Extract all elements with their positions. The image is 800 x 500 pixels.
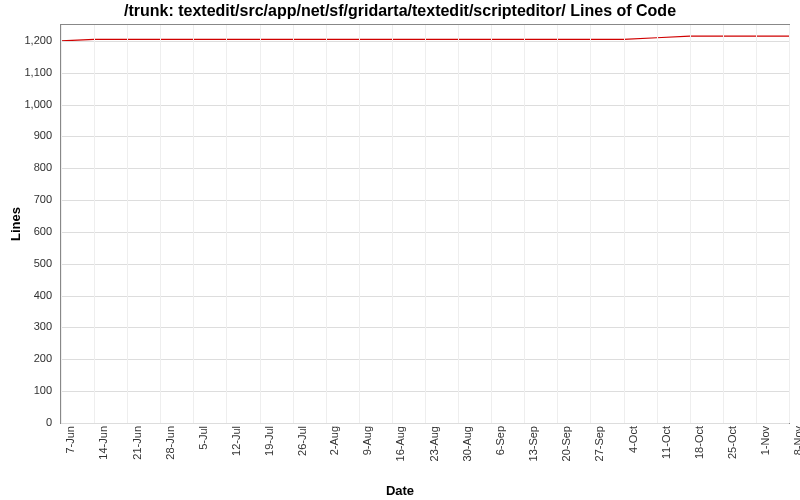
x-tick-label: 8-Nov (792, 426, 800, 455)
x-tick-label: 19-Jul (263, 426, 275, 456)
x-grid-line (127, 25, 128, 423)
y-tick-label: 1,200 (24, 34, 52, 46)
y-grid-line (61, 423, 789, 424)
y-tick-label: 800 (34, 161, 52, 173)
y-tick-label: 100 (34, 384, 52, 396)
y-tick-label: 200 (34, 352, 52, 364)
y-tick-label: 0 (46, 416, 52, 428)
y-axis-ticks: 01002003004005006007008009001,0001,1001,… (0, 24, 56, 424)
x-grid-line (690, 25, 691, 423)
x-grid-line (61, 25, 62, 423)
x-grid-line (160, 25, 161, 423)
x-tick-label: 25-Oct (726, 426, 738, 459)
x-tick-label: 28-Jun (163, 426, 175, 460)
x-tick-label: 30-Aug (461, 426, 473, 461)
x-grid-line (359, 25, 360, 423)
y-tick-label: 500 (34, 257, 52, 269)
x-tick-label: 16-Aug (395, 426, 407, 461)
x-grid-line (392, 25, 393, 423)
x-tick-label: 2-Aug (329, 426, 341, 455)
x-grid-line (524, 25, 525, 423)
y-tick-label: 600 (34, 225, 52, 237)
x-grid-line (226, 25, 227, 423)
x-tick-label: 14-Jun (97, 426, 109, 460)
x-grid-line (425, 25, 426, 423)
x-tick-label: 7-Jun (64, 426, 76, 454)
plot-area (60, 24, 790, 424)
x-grid-line (789, 25, 790, 423)
y-tick-label: 1,000 (24, 98, 52, 110)
x-tick-label: 21-Jun (130, 426, 142, 460)
x-tick-label: 1-Nov (759, 426, 771, 455)
x-grid-line (723, 25, 724, 423)
y-tick-label: 700 (34, 193, 52, 205)
y-tick-label: 300 (34, 320, 52, 332)
x-grid-line (491, 25, 492, 423)
x-tick-label: 13-Sep (527, 426, 539, 461)
y-tick-label: 1,100 (24, 66, 52, 78)
x-axis-ticks: 7-Jun14-Jun21-Jun28-Jun5-Jul12-Jul19-Jul… (60, 426, 790, 481)
x-tick-label: 20-Sep (560, 426, 572, 461)
x-grid-line (657, 25, 658, 423)
y-tick-label: 900 (34, 129, 52, 141)
x-tick-label: 9-Aug (362, 426, 374, 455)
chart-container: /trunk: textedit/src/app/net/sf/gridarta… (0, 0, 800, 500)
x-tick-label: 11-Oct (660, 426, 672, 459)
x-tick-label: 27-Sep (593, 426, 605, 461)
x-grid-line (756, 25, 757, 423)
x-grid-line (94, 25, 95, 423)
x-grid-line (624, 25, 625, 423)
x-grid-line (260, 25, 261, 423)
x-tick-label: 12-Jul (229, 426, 241, 456)
x-tick-label: 23-Aug (428, 426, 440, 461)
x-grid-line (557, 25, 558, 423)
x-tick-label: 5-Jul (196, 426, 208, 450)
x-tick-label: 4-Oct (627, 426, 639, 453)
x-grid-line (458, 25, 459, 423)
chart-title: /trunk: textedit/src/app/net/sf/gridarta… (0, 2, 800, 20)
x-tick-label: 26-Jul (296, 426, 308, 456)
x-axis-label: Date (0, 483, 800, 498)
x-grid-line (326, 25, 327, 423)
x-tick-label: 6-Sep (494, 426, 506, 455)
x-grid-line (293, 25, 294, 423)
x-grid-line (193, 25, 194, 423)
y-tick-label: 400 (34, 289, 52, 301)
x-grid-line (590, 25, 591, 423)
x-tick-label: 18-Oct (693, 426, 705, 459)
